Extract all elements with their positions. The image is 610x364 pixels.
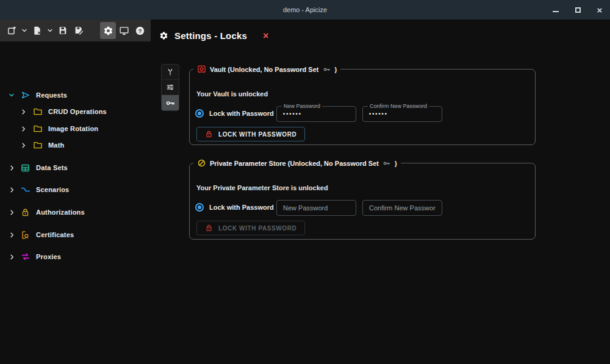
vault-lock-with-password-radio[interactable]: Lock with Password (195, 109, 274, 118)
save-icon (58, 26, 68, 35)
vault-panel-title-suffix: ) (335, 66, 337, 73)
monitor-icon (119, 26, 129, 36)
svg-text:?: ? (138, 27, 142, 34)
sidebar-item-scenarios[interactable]: Scenarios (7, 184, 69, 196)
minimize-icon (553, 7, 559, 12)
vault-panel-title: Vault (Unlocked, No Password Set (210, 66, 319, 73)
private-store-panel: Private Parameter Store (Unlocked, No Pa… (189, 159, 536, 240)
sidebar-item-certificates[interactable]: Certificates (7, 229, 74, 241)
chevron-right-icon[interactable] (7, 230, 16, 240)
new-dropdown-button[interactable] (20, 22, 29, 39)
settings-section-locks-button[interactable] (162, 95, 179, 110)
chevron-right-icon[interactable] (18, 107, 28, 116)
field-label: New Password (282, 102, 322, 110)
open-workbook-button[interactable] (29, 22, 45, 39)
vault-panel: Vault (Unlocked, No Password Set ) Your … (189, 65, 536, 145)
dropdown-caret-icon (21, 27, 28, 34)
sidebar-item-label: Image Rotation (48, 125, 98, 132)
private-store-confirm-password-input[interactable] (363, 201, 442, 215)
close-settings-button[interactable]: × (263, 31, 268, 41)
sidebar-item-proxies[interactable]: Proxies (7, 251, 61, 263)
sidebar-item-image-rotation[interactable]: Image Rotation (18, 123, 98, 135)
minimize-button[interactable] (551, 5, 560, 14)
chevron-right-icon[interactable] (7, 163, 16, 173)
sidebar-item-label: Authorizations (36, 209, 85, 216)
key-icon (165, 98, 175, 108)
chevron-right-icon[interactable] (7, 252, 16, 262)
sidebar-item-label: Scenarios (36, 186, 69, 193)
chevron-right-icon[interactable] (18, 124, 28, 134)
key-icon (382, 159, 391, 168)
private-store-lock-with-password-radio[interactable]: Lock with Password (195, 203, 274, 212)
maximize-button[interactable] (573, 5, 582, 14)
private-store-new-password-input[interactable] (277, 201, 356, 215)
close-window-button[interactable]: × (595, 5, 604, 14)
auth-lock-icon (20, 207, 30, 218)
vault-confirm-password-field: Confirm New Password (362, 106, 442, 122)
main-pane: Settings - Locks × Vault (Unlocked, No P… (151, 20, 610, 364)
titlebar: demo - Apicize × (0, 0, 610, 20)
new-request-icon (7, 26, 17, 36)
scenario-icon (20, 185, 30, 195)
new-workbook-button[interactable] (4, 22, 20, 39)
help-button[interactable]: ? (132, 22, 148, 39)
private-store-confirm-password-field (362, 200, 442, 216)
maximize-icon (575, 7, 581, 13)
settings-section-nav (161, 64, 179, 111)
folder-icon (32, 124, 43, 134)
button-label: LOCK WITH PASSWORD (218, 225, 296, 232)
radio-label: Lock with Password (209, 204, 274, 211)
proxy-icon (20, 252, 30, 262)
private-icon (197, 159, 206, 168)
lock-icon (205, 130, 213, 138)
private-store-panel-title: Private Parameter Store (Unlocked, No Pa… (210, 160, 379, 167)
sidebar-item-data-sets[interactable]: Data Sets (7, 162, 68, 174)
settings-header: Settings - Locks × (159, 30, 268, 41)
settings-icon (159, 31, 168, 40)
sidebar-item-label: Data Sets (36, 164, 68, 171)
private-store-new-password-field (276, 200, 356, 216)
settings-section-routing-button[interactable] (162, 65, 179, 80)
radio-selected-icon (195, 109, 204, 118)
main-toolbar: ? (0, 20, 151, 41)
display-settings-button[interactable] (116, 22, 132, 39)
private-store-lock-with-password-button[interactable]: LOCK WITH PASSWORD (196, 221, 305, 235)
vault-new-password-field: New Password (276, 106, 356, 122)
run-request-icon (20, 90, 30, 101)
close-icon: × (597, 5, 603, 15)
chevron-down-icon[interactable] (7, 90, 16, 100)
sidebar-item-math[interactable]: Math (18, 139, 64, 151)
sidebar-item-label: Requests (36, 91, 67, 99)
sidebar-item-label: Certificates (36, 231, 74, 238)
folder-icon (32, 107, 43, 117)
radio-label: Lock with Password (209, 110, 274, 117)
radio-selected-icon (195, 203, 204, 212)
app-window: demo - Apicize × (0, 0, 610, 364)
sidebar-item-authorizations[interactable]: Authorizations (7, 206, 85, 218)
sidebar-item-label: Math (48, 141, 64, 149)
chevron-right-icon[interactable] (7, 185, 16, 194)
open-dropdown-button[interactable] (45, 22, 55, 39)
chevron-right-icon[interactable] (18, 140, 28, 150)
field-label: Confirm New Password (368, 102, 429, 110)
save-workbook-button[interactable] (55, 22, 71, 39)
sidebar-item-label: Proxies (36, 253, 61, 260)
lock-icon (205, 224, 213, 232)
vault-lock-with-password-button[interactable]: LOCK WITH PASSWORD (196, 127, 305, 141)
sidebar-item-label: CRUD Operations (48, 108, 107, 115)
save-workbook-as-button[interactable] (71, 22, 87, 39)
navigation-sidebar: Requests CRUD Operations Image Rotation … (0, 41, 151, 364)
alt-route-icon (166, 68, 174, 76)
sidebar-item-requests[interactable]: Requests (7, 89, 67, 101)
vault-icon (197, 65, 206, 74)
settings-section-parameters-button[interactable] (162, 80, 179, 95)
help-icon: ? (135, 26, 145, 36)
folder-icon (32, 140, 43, 151)
sidebar-item-crud-operations[interactable]: CRUD Operations (18, 105, 107, 118)
private-store-panel-legend: Private Parameter Store (Unlocked, No Pa… (193, 159, 401, 168)
settings-icon (103, 26, 113, 36)
settings-button[interactable] (100, 22, 116, 39)
chevron-right-icon[interactable] (7, 207, 16, 217)
private-store-panel-title-suffix: ) (395, 160, 397, 167)
vault-status-text: Your Vault is unlocked (196, 90, 268, 98)
